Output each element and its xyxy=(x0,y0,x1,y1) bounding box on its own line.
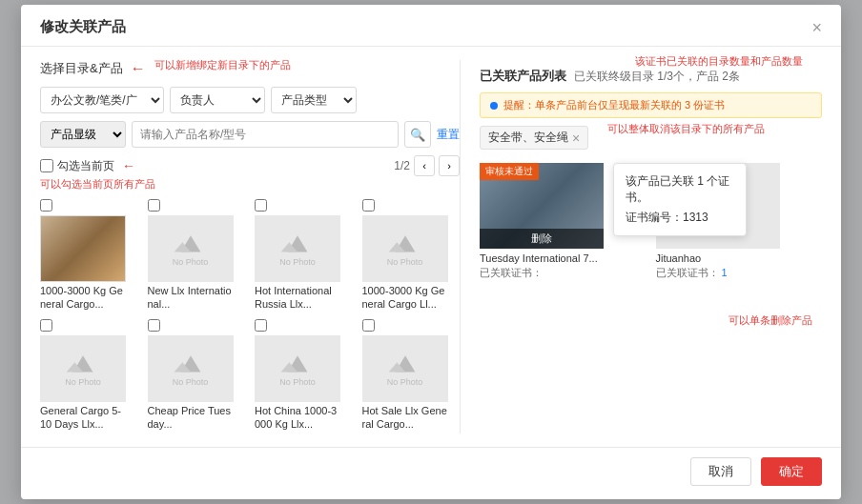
no-photo-text: No Photo xyxy=(279,377,316,387)
list-item: No Photo General Cargo 5-10 Days Llx... xyxy=(40,319,138,432)
product-name: 1000-3000 Kg General Cargo Ll... xyxy=(362,284,448,312)
section-label-text: 选择目录&产品 xyxy=(40,60,123,77)
tooltip-text2: 证书编号：1313 xyxy=(626,210,734,226)
linked-product-name: Jituanhao xyxy=(656,252,823,266)
cancel-button[interactable]: 取消 xyxy=(690,457,751,486)
linked-product-name: Tuesday International 7... xyxy=(480,252,646,266)
tip-bar: 提醒：单条产品前台仅呈现最新关联的 3 份证书 xyxy=(480,92,822,118)
product-image xyxy=(40,215,126,282)
linked-cert-count: 已关联证书： xyxy=(480,266,646,280)
list-item: No Photo Hot International Russia Llx... xyxy=(255,199,353,312)
list-item: 1000-3000 Kg General Cargo... xyxy=(40,199,138,312)
arrow-icon-2: ← xyxy=(122,158,135,173)
modal-header: 修改关联产品 × xyxy=(21,5,841,47)
product-name: Hot International Russia Llx... xyxy=(255,284,340,312)
product-image-placeholder: No Photo xyxy=(148,335,234,402)
product-checkbox[interactable] xyxy=(362,199,375,212)
annotation-select-all: 可以勾选当前页所有产品 xyxy=(40,177,155,192)
modal: 修改关联产品 × 选择目录&产品 ← 可以新增绑定新目录下的产品 办公文教 xyxy=(21,5,841,499)
no-photo-text: No Photo xyxy=(387,377,423,387)
product-image-placeholder: No Photo xyxy=(255,335,340,402)
product-name: New Llx International... xyxy=(148,284,234,312)
product-image-placeholder: No Photo xyxy=(148,215,234,282)
search-row: 产品显级 🔍 重置 xyxy=(40,121,460,148)
no-photo-text: No Photo xyxy=(387,257,423,267)
reset-button[interactable]: 重置 xyxy=(437,127,460,143)
search-input[interactable] xyxy=(132,121,399,148)
product-checkbox[interactable] xyxy=(40,199,52,212)
product-name: Hot China 1000-3000 Kg Llx... xyxy=(255,404,340,432)
no-photo-text: No Photo xyxy=(173,377,209,387)
tag-close-button[interactable]: × xyxy=(572,131,580,145)
page-number: 1/2 xyxy=(394,159,410,172)
delete-product-button[interactable]: 删除 xyxy=(480,229,604,249)
product-type-select[interactable]: 产品类型 xyxy=(271,87,357,113)
select-all-checkbox[interactable] xyxy=(40,159,53,172)
left-panel: 选择目录&产品 ← 可以新增绑定新目录下的产品 办公文教/笔类/广 负责人 产品… xyxy=(40,60,460,433)
modal-title: 修改关联产品 xyxy=(40,18,126,36)
tag-name: 安全带、安全绳 xyxy=(488,130,568,146)
list-item: No Photo Hot China 1000-3000 Kg Llx... xyxy=(255,319,353,432)
product-name: Hot Sale Llx General Cargo... xyxy=(362,404,448,432)
search-button[interactable]: 🔍 xyxy=(404,121,431,148)
no-photo-text: No Photo xyxy=(173,257,209,267)
products-grid: 1000-3000 Kg General Cargo... No Photo N… xyxy=(40,199,460,431)
select-all-wrap: 勾选当前页 ← xyxy=(40,158,135,174)
product-name: General Cargo 5-10 Days Llx... xyxy=(40,404,126,432)
category-tag: 安全带、安全绳 × xyxy=(480,126,588,150)
annotation-stats: 该证书已关联的目录数量和产品数量 xyxy=(635,54,803,69)
page-info: 1/2 ‹ › xyxy=(394,155,460,176)
modal-body: 选择目录&产品 ← 可以新增绑定新目录下的产品 办公文教/笔类/广 负责人 产品… xyxy=(21,47,841,447)
product-image-placeholder: No Photo xyxy=(40,335,126,402)
tip-text: 提醒：单条产品前台仅呈现最新关联的 3 份证书 xyxy=(503,98,725,112)
right-panel: 该证书已关联的目录数量和产品数量 已关联产品列表 已关联终级目录 1/3个，产品… xyxy=(460,60,822,433)
list-item: No Photo New Llx International... xyxy=(148,199,246,312)
tip-dot-icon xyxy=(490,102,498,110)
annotation-new-product: 可以新增绑定新目录下的产品 xyxy=(154,58,291,72)
right-stats: 已关联终级目录 1/3个，产品 2条 xyxy=(574,69,740,85)
cert-count-label: 已关联证书： xyxy=(480,267,543,278)
product-image-placeholder: No Photo xyxy=(362,335,448,402)
prev-page-button[interactable]: ‹ xyxy=(414,155,435,176)
product-image-placeholder: No Photo xyxy=(255,215,340,282)
pagination-row: 勾选当前页 ← 可以勾选当前页所有产品 1/2 ‹ › xyxy=(40,155,460,176)
tooltip-text1: 该产品已关联 1 个证书。 xyxy=(626,173,734,206)
product-name: 1000-3000 Kg General Cargo... xyxy=(40,284,126,312)
list-item: No Photo Cheap Price Tuesday... xyxy=(148,319,246,432)
linked-cert-count: 已关联证书： 1 xyxy=(656,266,823,280)
audit-status-badge: 审核未通过 xyxy=(480,163,539,180)
product-name: Cheap Price Tuesday... xyxy=(148,404,234,432)
right-title: 已关联产品列表 xyxy=(480,68,566,85)
search-icon: 🔍 xyxy=(410,128,425,142)
confirm-button[interactable]: 确定 xyxy=(761,457,822,486)
cert-count-label: 已关联证书： xyxy=(656,267,719,278)
select-all-label: 勾选当前页 xyxy=(57,158,114,174)
cert-tooltip: 该产品已关联 1 个证书。 证书编号：1313 xyxy=(613,163,747,236)
close-button[interactable]: × xyxy=(811,19,822,36)
product-checkbox[interactable] xyxy=(362,319,375,332)
filters-row: 办公文教/笔类/广 负责人 产品类型 xyxy=(40,87,460,113)
list-item: No Photo Hot Sale Llx General Cargo... xyxy=(362,319,461,432)
annotation-delete: 可以单条删除产品 xyxy=(729,313,812,328)
list-item: No Photo 1000-3000 Kg General Cargo Ll..… xyxy=(362,199,461,312)
right-header: 已关联产品列表 已关联终级目录 1/3个，产品 2条 xyxy=(480,68,822,85)
category-select[interactable]: 办公文教/笔类/广 xyxy=(40,87,164,113)
product-checkbox[interactable] xyxy=(255,319,267,332)
product-checkbox[interactable] xyxy=(148,319,160,332)
modal-overlay: 修改关联产品 × 选择目录&产品 ← 可以新增绑定新目录下的产品 办公文教 xyxy=(0,0,862,504)
no-photo-text: No Photo xyxy=(279,257,316,267)
arrow-icon: ← xyxy=(131,60,146,77)
annotation-remove-tag: 可以整体取消该目录下的所有产品 xyxy=(607,122,765,136)
product-checkbox[interactable] xyxy=(255,199,267,212)
owner-select[interactable]: 负责人 xyxy=(170,87,265,113)
no-photo-text: No Photo xyxy=(65,377,101,387)
product-checkbox[interactable] xyxy=(148,199,160,212)
product-image-placeholder: No Photo xyxy=(362,215,448,282)
modal-footer: 取消 确定 xyxy=(21,447,841,499)
next-page-button[interactable]: › xyxy=(439,155,460,176)
rank-select[interactable]: 产品显级 xyxy=(40,121,126,148)
product-checkbox[interactable] xyxy=(40,319,52,332)
cert-count-link[interactable]: 1 xyxy=(722,267,728,278)
